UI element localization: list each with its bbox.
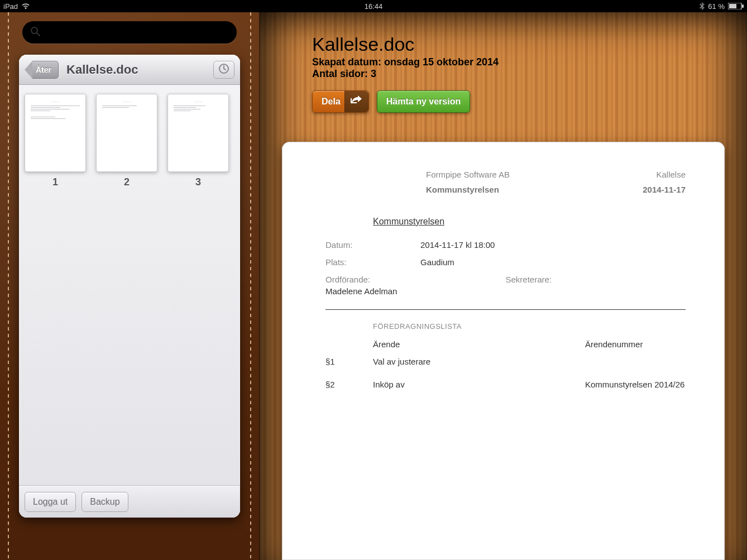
doc-org: Formpipe Software AB <box>426 170 510 179</box>
svg-line-4 <box>37 33 40 36</box>
doc-body: Kommunstyrelsen Datum: 2014-11-17 kl 18:… <box>325 217 686 389</box>
agenda-title: Val av justerare <box>373 357 585 366</box>
search-icon <box>30 26 40 39</box>
clock-label: 16:44 <box>365 2 383 11</box>
sekreterare-label: Sekreterare: <box>506 275 686 284</box>
sidebar: Åter Kallelse.doc — — — <box>0 12 260 560</box>
page-thumb[interactable]: — — — 2 <box>96 94 157 476</box>
search-input[interactable] <box>45 27 229 37</box>
back-label: Åter <box>36 65 51 74</box>
page-thumb-preview: — — — <box>25 94 86 172</box>
doc-board: Kommunstyrelsen <box>426 185 510 194</box>
sidebar-panel: Åter Kallelse.doc — — — <box>19 55 240 518</box>
device-label: iPad <box>3 2 18 11</box>
document-filename: Kallelse.doc <box>312 33 725 55</box>
agenda-row: §1 Val av justerare <box>325 357 686 366</box>
doc-heading: Kommunstyrelsen <box>373 217 686 227</box>
panel-header: Åter Kallelse.doc <box>19 55 240 85</box>
back-button[interactable]: Åter <box>32 61 59 79</box>
history-button[interactable] <box>213 61 234 79</box>
agenda-title: Inköp av <box>373 380 585 389</box>
document-pages: Antal sidor: 3 <box>312 68 725 80</box>
page-thumb-label: 2 <box>124 176 130 188</box>
doc-header: Formpipe Software AB Kommunstyrelsen Kal… <box>325 170 686 194</box>
agenda-row: §2 Inköp av Kommunstyrelsen 2014/26 <box>325 380 686 389</box>
doc-type: Kallelse <box>643 170 686 179</box>
share-label: Dela <box>322 97 341 107</box>
action-row: Dela Hämta ny version <box>312 90 470 113</box>
document-created: Skapat datum: onsdag 15 oktober 2014 <box>312 56 725 68</box>
search-bar[interactable] <box>22 21 237 44</box>
logout-button[interactable]: Logga ut <box>25 492 76 512</box>
page-thumb-label: 1 <box>52 176 58 188</box>
plats-label: Plats: <box>325 257 420 267</box>
page-thumb[interactable]: — — — 1 <box>25 94 86 476</box>
page-thumb-label: 3 <box>195 176 201 188</box>
col-nummer: Ärendenummer <box>585 339 686 349</box>
datum-label: Datum: <box>325 240 420 250</box>
panel-title: Kallelse.doc <box>66 63 209 77</box>
agenda-sec: §2 <box>325 380 373 389</box>
update-label: Hämta ny version <box>386 97 461 107</box>
ordforande-label: Ordförande: <box>325 275 506 284</box>
datum-value: 2014-11-17 kl 18:00 <box>420 240 495 250</box>
document-sheet[interactable]: Formpipe Software AB Kommunstyrelsen Kal… <box>282 142 725 560</box>
clock-icon <box>218 63 229 76</box>
wifi-icon <box>21 3 30 9</box>
ordforande-value: Madelene Adelman <box>325 286 506 296</box>
update-button[interactable]: Hämta ny version <box>377 90 470 113</box>
main-pane: Kallelse.doc Skapat datum: onsdag 15 okt… <box>260 12 747 560</box>
svg-rect-1 <box>729 4 736 8</box>
battery-icon <box>728 3 744 9</box>
page-thumb-preview: — — — <box>167 94 229 172</box>
svg-rect-7 <box>351 98 352 103</box>
page-thumb[interactable]: — — — 3 <box>167 94 229 476</box>
document-meta: Kallelse.doc Skapat datum: onsdag 15 okt… <box>312 33 725 80</box>
svg-rect-2 <box>742 4 744 8</box>
plats-value: Gaudium <box>420 257 454 267</box>
agenda-heading: FÖREDRAGNINGSLISTA <box>373 322 686 331</box>
share-icon <box>351 95 363 108</box>
agenda-sec: §1 <box>325 357 373 366</box>
doc-date-header: 2014-11-17 <box>643 185 686 194</box>
col-arende: Ärende <box>373 339 585 349</box>
page-thumb-preview: — — — <box>96 94 157 172</box>
share-button[interactable]: Dela <box>312 90 369 113</box>
backup-button[interactable]: Backup <box>82 492 128 512</box>
agenda-num: Kommunstyrelsen 2014/26 <box>585 380 686 389</box>
battery-label: 61 % <box>708 2 725 11</box>
agenda-num <box>585 357 686 366</box>
page-thumbnails: — — — 1 — — — 2 <box>19 85 240 485</box>
status-bar: iPad 16:44 61 % <box>0 0 747 12</box>
bluetooth-icon <box>700 2 705 10</box>
panel-footer: Logga ut Backup <box>19 485 240 518</box>
